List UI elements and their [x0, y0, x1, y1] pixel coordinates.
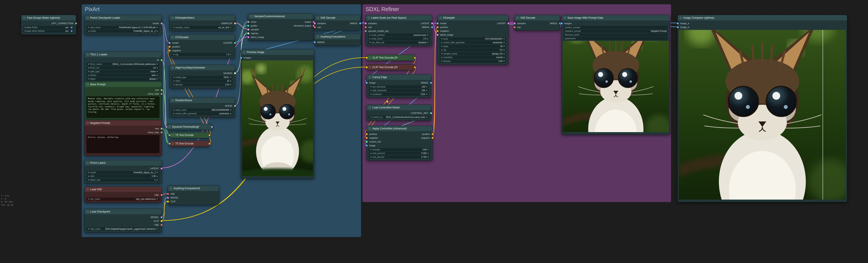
node-header[interactable]: Load ControlNet Model [367, 105, 431, 110]
combo-left-arrow[interactable]: ◀ [173, 76, 174, 78]
increment-arrow[interactable]: ▶ [230, 109, 231, 111]
widget-control-after-generate[interactable]: ◀ control_after_generate randomize ▶ [439, 41, 506, 44]
node-t5-text-encode-positive[interactable]: T5 Text Encode [169, 132, 210, 138]
clip-input-port[interactable] [366, 57, 368, 59]
node-header[interactable]: T5 Text Encode [169, 141, 209, 146]
collapse-toggle[interactable] [87, 122, 89, 124]
node-header[interactable]: VAE Decode [315, 15, 360, 21]
node-header[interactable]: Base Prompt [85, 81, 161, 87]
node-random-noise[interactable]: RandomNoise NOISE ◀ noise_seed 495126284… [169, 97, 235, 117]
combo-left-arrow[interactable]: ◀ [88, 67, 89, 69]
sampler-input-port[interactable] [247, 29, 249, 31]
widget-filename-prefix[interactable]: filename_prefix [563, 33, 668, 36]
positive-input-port[interactable] [366, 133, 368, 135]
collapse-toggle[interactable] [369, 106, 371, 108]
text-input-port[interactable] [169, 134, 170, 136]
model-output-port[interactable] [161, 216, 162, 218]
widget-steps[interactable]: ◀ steps 30 ▶ [439, 45, 506, 48]
node-header[interactable]: Anything Everywhere3 [168, 186, 219, 191]
combo-right-arrow[interactable]: ▶ [157, 198, 158, 200]
node-ksampler[interactable]: KSampler model LATENT positive negative … [437, 15, 508, 65]
control-net-input-port[interactable] [366, 141, 368, 143]
latent-output-port[interactable] [161, 168, 162, 169]
widget-denoise[interactable]: ◀ denoise 1.00 ▶ [172, 83, 233, 86]
node-align-your-steps-scheduler[interactable]: AlignYourStepsScheduler SIGMAS ◀ model_t… [169, 65, 235, 88]
vae-output-port[interactable] [161, 194, 162, 196]
widget-seed[interactable]: ◀ seed 376716654620957 ▶ [439, 37, 506, 40]
widget-sampler-name[interactable]: ◀ sampler_name uni_pc_bh2 ▶ [172, 26, 233, 29]
widget-device[interactable]: ◀ device auto ▶ [86, 74, 160, 77]
node-header[interactable]: Preview Image [241, 50, 314, 55]
decrement-arrow[interactable]: ◀ [173, 84, 174, 86]
decrement-arrow[interactable]: ◀ [441, 60, 442, 62]
widget-control-net-name[interactable]: ◀ control_net_name SDXL_Controlnet\contr… [369, 116, 429, 119]
node-canny-edge[interactable]: Canny Edge image IMAGE ◀ low_threshold 1… [366, 74, 431, 98]
conditioning-output-port[interactable] [414, 57, 416, 59]
widget-scale-factor[interactable]: ◀ scale_factor 2.0 ▶ [368, 37, 430, 40]
node-t5-text-encode-negative[interactable]: T5 Text Encode [169, 141, 210, 146]
node-load-checkpoint[interactable]: Load Checkpoint MODEL CLIP VAE ◀ ckpt_na… [84, 209, 162, 232]
collapse-toggle[interactable] [87, 84, 89, 86]
widget-negative-prompt[interactable]: negative_prompt Negative Prompt [563, 30, 668, 33]
group-sdxl-title[interactable]: SDXL Refiner [363, 4, 671, 14]
vae-input-port[interactable] [514, 26, 516, 28]
negative-input-port[interactable] [169, 50, 170, 52]
collapse-toggle[interactable] [564, 17, 566, 19]
text-input-port[interactable] [169, 143, 170, 145]
node-header[interactable]: Negative Prompt [85, 120, 161, 126]
collapse-toggle[interactable] [87, 54, 89, 56]
decrement-arrow[interactable]: ◀ [441, 38, 442, 40]
control-net-output-port[interactable] [430, 112, 432, 114]
node-latent-scale-pixel-space[interactable]: Latent Scale (on Pixel Space) samples LA… [365, 15, 432, 46]
node-cfg-guider[interactable]: CFGGuider model GUIDER positive negative… [169, 34, 235, 58]
widget-scheduler[interactable]: ◀ scheduler normal ▶ [439, 56, 506, 59]
widget-ckpt-name[interactable]: ◀ ckpt_name SDXL\DigitalArt\juggernautXL… [86, 227, 160, 231]
show-help-port[interactable] [161, 131, 162, 133]
node-header[interactable]: SamplerCustomAdvanced [248, 13, 314, 19]
collapse-toggle[interactable] [243, 51, 245, 53]
image-a-input-port[interactable] [677, 23, 679, 24]
combo-right-arrow[interactable]: ▶ [427, 41, 429, 43]
combo-right-arrow[interactable]: ▶ [157, 78, 158, 80]
node-header[interactable]: Image Comparer (rgthree) [678, 15, 847, 21]
increment-arrow[interactable]: ▶ [504, 49, 505, 51]
comparer-slider[interactable] [823, 30, 823, 200]
text-output-port[interactable] [161, 128, 162, 130]
image-input-port[interactable] [314, 41, 316, 43]
node-fast-groups-muter[interactable]: Fast Groups Muter (rgthree) OPT_CONNECTI… [21, 15, 76, 35]
node-negative-prompt[interactable]: Negative Prompt text show_help blurry, g… [84, 120, 162, 156]
negative-input-port[interactable] [366, 137, 368, 139]
collapse-toggle[interactable] [170, 187, 172, 189]
increment-arrow[interactable]: ▶ [504, 60, 505, 62]
node-preview-image[interactable]: Preview Image images [241, 49, 314, 178]
increment-arrow[interactable]: ▶ [428, 149, 429, 151]
decrement-arrow[interactable]: ◀ [370, 156, 371, 158]
combo-left-arrow[interactable]: ◀ [370, 116, 371, 118]
combo-left-arrow[interactable]: ◀ [441, 42, 442, 43]
collapse-toggle[interactable] [172, 17, 174, 19]
collapse-toggle[interactable] [172, 36, 174, 38]
latent-image-input-port[interactable] [247, 36, 249, 38]
sampler-output-port[interactable] [234, 23, 236, 24]
images-input-port[interactable] [561, 23, 563, 24]
vae-input-port[interactable] [167, 193, 169, 195]
node-header[interactable]: T5v1.1 Loader [85, 52, 161, 58]
widget-model-type[interactable]: ◀ model_type SDXL ▶ [172, 76, 233, 79]
decrement-arrow[interactable]: ◀ [173, 109, 174, 111]
widget-path-type[interactable]: ◀ path_type folder ▶ [86, 70, 160, 73]
combo-left-arrow[interactable]: ◀ [441, 57, 442, 58]
increment-arrow[interactable]: ▶ [426, 90, 428, 91]
collapse-toggle[interactable] [172, 67, 174, 69]
decrement-arrow[interactable]: ◀ [441, 49, 442, 51]
widget-strength[interactable]: ◀ strength 0.80 ▶ [369, 148, 431, 151]
increment-arrow[interactable]: ▶ [230, 54, 231, 55]
upscale-model-opt-input-port[interactable] [365, 30, 367, 32]
model-input-port[interactable] [167, 197, 169, 199]
combo-left-arrow[interactable]: ◀ [441, 53, 442, 55]
conditioning-output-port[interactable] [414, 66, 416, 68]
image-b-input-port[interactable] [677, 26, 679, 28]
decrement-arrow[interactable]: ◀ [369, 38, 370, 40]
negative-input-port[interactable] [437, 30, 439, 32]
collapse-toggle[interactable] [172, 134, 174, 136]
combo-right-arrow[interactable]: ▶ [504, 57, 505, 58]
